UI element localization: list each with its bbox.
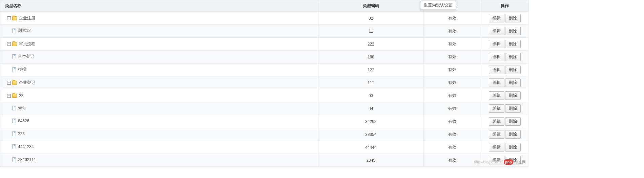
edit-button[interactable]: 编辑 bbox=[489, 40, 504, 48]
cell-code: 122 bbox=[318, 64, 423, 76]
expand-icon[interactable]: + bbox=[7, 94, 11, 98]
table-row[interactable]: 33333354有效编辑删除 bbox=[0, 128, 528, 141]
delete-button[interactable]: 删除 bbox=[505, 117, 521, 126]
edit-button[interactable]: 编辑 bbox=[489, 130, 504, 139]
watermark-url: http://blog.csdn.n bbox=[474, 160, 502, 164]
cell-code: 44444 bbox=[318, 141, 423, 154]
cell-name: 333 bbox=[0, 128, 318, 141]
table-row[interactable]: +审批流程222有效编辑删除 bbox=[0, 38, 528, 51]
cell-valid: 有效 bbox=[423, 51, 481, 64]
row-name-label: 审批流程 bbox=[19, 41, 35, 47]
edit-button[interactable]: 编辑 bbox=[489, 66, 504, 74]
cell-code: 2345 bbox=[318, 154, 423, 167]
delete-button[interactable]: 删除 bbox=[505, 104, 521, 113]
delete-button[interactable]: 删除 bbox=[505, 143, 521, 152]
file-icon bbox=[12, 67, 16, 72]
folder-icon bbox=[12, 81, 17, 85]
cell-code: 33354 bbox=[318, 128, 423, 141]
edit-button[interactable]: 编辑 bbox=[489, 14, 504, 22]
delete-button[interactable]: 删除 bbox=[505, 40, 521, 48]
cell-name: 模拟 bbox=[0, 64, 318, 76]
expand-icon[interactable]: + bbox=[7, 42, 11, 46]
cell-code: 02 bbox=[318, 12, 423, 25]
watermark-logo: php bbox=[504, 159, 513, 165]
cell-name: +23 bbox=[0, 89, 318, 102]
cell-code: 111 bbox=[318, 76, 423, 89]
cell-action: 编辑删除 bbox=[481, 141, 528, 154]
folder-icon bbox=[12, 42, 17, 46]
cell-code: 222 bbox=[318, 38, 423, 51]
cell-valid: 有效 bbox=[423, 89, 481, 102]
row-name-label: 企业登记 bbox=[19, 80, 35, 86]
table-row[interactable]: 模拟122有效编辑删除 bbox=[0, 64, 528, 76]
cell-action: 编辑删除 bbox=[481, 115, 528, 128]
cell-name: 单位登记 bbox=[0, 51, 318, 64]
cell-valid: 有效 bbox=[423, 64, 481, 76]
cell-name: +企业登记 bbox=[0, 76, 318, 89]
table-row[interactable]: 6452634262有效编辑删除 bbox=[0, 115, 528, 128]
cell-action: 编辑删除 bbox=[481, 38, 528, 51]
row-name-label: 333 bbox=[18, 131, 25, 136]
header-code[interactable]: 类型编码 bbox=[318, 0, 423, 12]
edit-button[interactable]: 编辑 bbox=[489, 104, 504, 113]
folder-icon bbox=[12, 16, 17, 20]
file-icon bbox=[12, 106, 16, 110]
folder-icon bbox=[12, 94, 17, 98]
row-name-label: 4441234 bbox=[18, 144, 34, 149]
cell-code: 11 bbox=[318, 25, 423, 38]
cell-code: 03 bbox=[318, 89, 423, 102]
cell-valid: 有效 bbox=[423, 128, 481, 141]
row-name-label: sdfa bbox=[18, 106, 26, 110]
edit-button[interactable]: 编辑 bbox=[489, 78, 504, 87]
cell-action: 编辑删除 bbox=[481, 12, 528, 25]
type-table: 类型名称 类型编码 有效 操作 +企业注册02有效编辑删除测试1211有效编辑删… bbox=[0, 0, 528, 167]
file-icon bbox=[12, 54, 16, 59]
file-icon bbox=[12, 157, 16, 162]
table-row[interactable]: sdfa04有效编辑删除 bbox=[0, 102, 528, 115]
row-name-label: 单位登记 bbox=[18, 54, 34, 59]
watermark: http://blog.csdn.n php 中文网 bbox=[474, 159, 526, 165]
cell-action: 编辑删除 bbox=[481, 76, 528, 89]
edit-button[interactable]: 编辑 bbox=[489, 143, 504, 152]
cell-action: 编辑删除 bbox=[481, 89, 528, 102]
table-row[interactable]: 234621112345有效编辑删除 bbox=[0, 154, 528, 167]
cell-name: +企业注册 bbox=[0, 12, 318, 25]
watermark-cn: 中文网 bbox=[515, 160, 526, 165]
cell-code: 04 bbox=[318, 102, 423, 115]
delete-button[interactable]: 删除 bbox=[505, 78, 521, 87]
expand-icon[interactable]: + bbox=[7, 81, 11, 85]
cell-action: 编辑删除 bbox=[481, 25, 528, 38]
delete-button[interactable]: 删除 bbox=[505, 27, 521, 35]
edit-button[interactable]: 编辑 bbox=[489, 117, 504, 126]
table-row[interactable]: +2303有效编辑删除 bbox=[0, 89, 528, 102]
cell-valid: 有效 bbox=[423, 141, 481, 154]
table-row[interactable]: 444123444444有效编辑删除 bbox=[0, 141, 528, 154]
table-row[interactable]: +企业登记111有效编辑删除 bbox=[0, 76, 528, 89]
cell-action: 编辑删除 bbox=[481, 51, 528, 64]
edit-button[interactable]: 编辑 bbox=[489, 53, 504, 61]
header-action: 操作 bbox=[481, 0, 528, 12]
table-row[interactable]: 单位登记188有效编辑删除 bbox=[0, 51, 528, 64]
cell-action: 编辑删除 bbox=[481, 64, 528, 76]
header-name[interactable]: 类型名称 bbox=[0, 0, 318, 12]
reset-tooltip: 重置为默认设置 bbox=[420, 1, 456, 10]
table-row[interactable]: +企业注册02有效编辑删除 bbox=[0, 12, 528, 25]
delete-button[interactable]: 删除 bbox=[505, 14, 521, 22]
cell-action: 编辑删除 bbox=[481, 102, 528, 115]
edit-button[interactable]: 编辑 bbox=[489, 91, 504, 100]
delete-button[interactable]: 删除 bbox=[505, 53, 521, 61]
cell-valid: 有效 bbox=[423, 154, 481, 167]
delete-button[interactable]: 删除 bbox=[505, 91, 521, 100]
cell-name: 64526 bbox=[0, 115, 318, 128]
delete-button[interactable]: 删除 bbox=[505, 130, 521, 139]
delete-button[interactable]: 删除 bbox=[505, 66, 521, 74]
cell-code: 34262 bbox=[318, 115, 423, 128]
row-name-label: 测试12 bbox=[18, 28, 30, 34]
expand-icon[interactable]: + bbox=[7, 16, 11, 20]
cell-code: 188 bbox=[318, 51, 423, 64]
table-row[interactable]: 测试1211有效编辑删除 bbox=[0, 25, 528, 38]
cell-valid: 有效 bbox=[423, 25, 481, 38]
file-icon bbox=[12, 144, 16, 149]
edit-button[interactable]: 编辑 bbox=[489, 27, 504, 35]
file-icon bbox=[12, 131, 16, 136]
